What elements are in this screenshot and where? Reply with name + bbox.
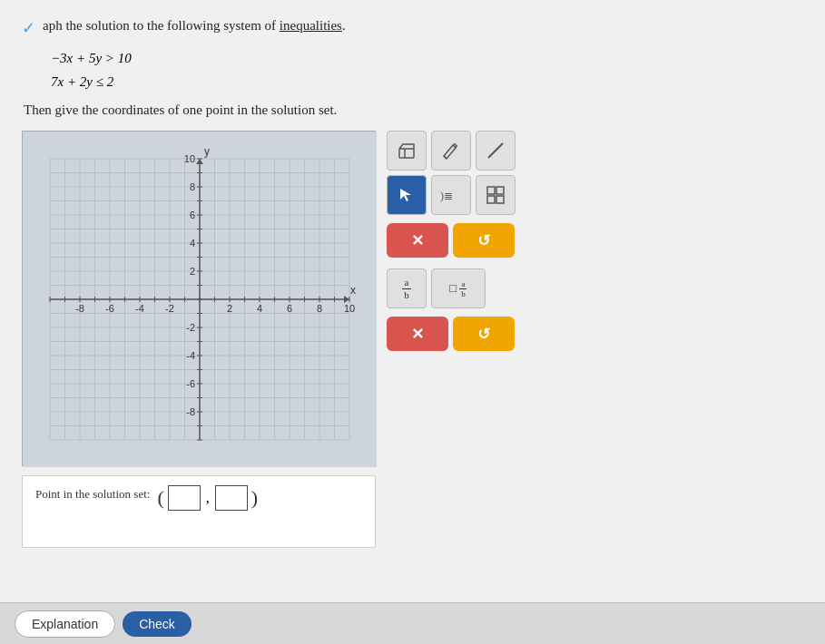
right-bottom-toolbar: a b □ a b [387,268,516,351]
eraser-icon [396,140,417,161]
inequality-1: −3x + 5y > 10 [51,47,803,71]
coord-separator: , [206,490,210,506]
x-coord-input[interactable] [168,485,201,511]
formula-icon: )≣ [438,184,464,206]
svg-rect-8 [487,196,495,203]
header-row: ✓ aph the solution to the following syst… [22,16,803,38]
inequalities-block: −3x + 5y > 10 7x + 2y ≤ 2 [51,47,803,93]
check-button[interactable]: Check [123,611,192,637]
toolbar-grid: )≣ [387,131,516,215]
svg-line-2 [444,156,447,159]
line-tool-btn[interactable] [476,131,516,171]
content-row: Point in the solution set: ( , ) [22,131,803,548]
toolbar2-grid: a b □ a b [387,268,516,308]
pencil-icon [440,140,462,161]
mixed-fraction-btn[interactable]: □ a b [431,268,486,308]
pointer-tool-btn[interactable] [387,175,427,215]
input-coords: ( , ) [157,485,258,511]
svg-marker-4 [400,189,411,201]
main-container: ✓ aph the solution to the following syst… [0,0,825,644]
graph-container[interactable] [22,131,376,466]
point-clear-icon: ✕ [411,325,424,344]
graph-undo-btn[interactable]: ↺ [453,223,515,258]
check-icon: ✓ [22,18,35,38]
svg-line-3 [488,143,503,158]
open-paren: ( [157,488,163,508]
pencil-tool-btn[interactable] [431,131,471,171]
y-coord-input[interactable] [215,485,248,511]
fraction-symbol: a b [401,277,412,299]
grid-icon [486,185,506,205]
point-clear-btn[interactable]: ✕ [387,317,448,351]
point-undo-icon: ↺ [477,325,490,344]
diagonal-line-icon [485,140,506,161]
right-top-toolbar: )≣ ✕ [387,131,516,258]
period: . [342,18,346,33]
formula-tool-btn[interactable]: )≣ [431,175,471,215]
instruction: Then give the coordinates of one point i… [24,102,803,118]
problem-title: aph the solution to the following system… [43,16,346,35]
grid-tool-btn[interactable] [476,175,516,215]
graph-clear-icon: ✕ [411,231,424,250]
footer: Explanation Check [0,602,825,644]
pointer-icon [397,185,417,205]
right-section: )≣ ✕ [387,131,516,351]
fraction-btn[interactable]: a b [387,268,427,308]
svg-text:)≣: )≣ [440,190,453,202]
svg-rect-0 [399,149,414,158]
graph-undo-icon: ↺ [477,231,490,250]
point-undo-btn[interactable]: ↺ [453,317,515,351]
point-label: Point in the solution set: [35,487,150,502]
svg-rect-9 [496,196,504,203]
point-action-row: ✕ ↺ [387,317,516,351]
inequalities-link[interactable]: inequalities [280,18,342,33]
mixed-fraction-symbol: □ a b [449,279,467,298]
graph-action-row: ✕ ↺ [387,223,516,258]
graph-section: Point in the solution set: ( , ) [22,131,376,548]
eraser-tool-btn[interactable] [387,131,427,171]
graph-clear-btn[interactable]: ✕ [387,223,448,258]
explanation-button[interactable]: Explanation [15,610,115,638]
point-input-box: Point in the solution set: ( , ) [22,475,376,548]
inequality-2: 7x + 2y ≤ 2 [51,71,803,94]
svg-rect-6 [487,187,495,194]
svg-rect-7 [496,187,504,194]
problem-text-prefix: aph the solution to the following system… [43,18,276,33]
close-paren: ) [251,488,258,508]
